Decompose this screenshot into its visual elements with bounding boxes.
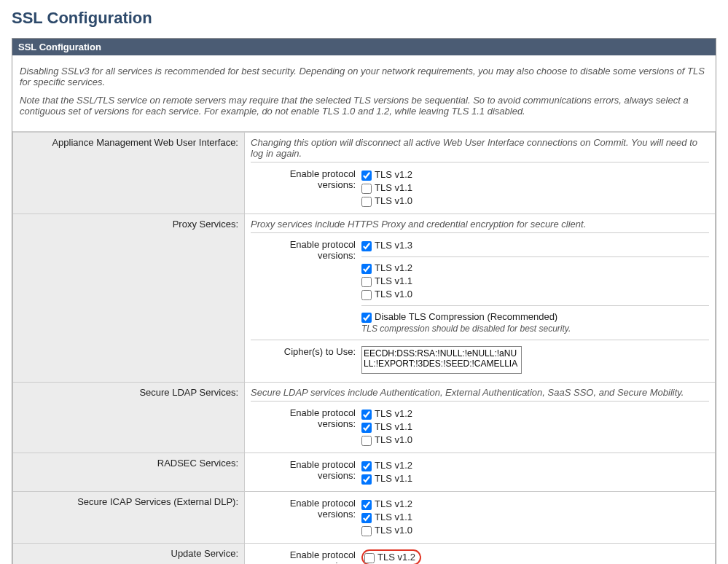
highlight-oval: TLS v1.2 (361, 549, 421, 564)
checkbox-label: TLS v1.1 (375, 512, 412, 522)
checkbox-label: TLS v1.2 (375, 498, 412, 509)
checkbox-label: TLS v1.2 (377, 552, 415, 563)
row-label-icap: Secure ICAP Services (External DLP): (13, 492, 245, 544)
checkbox-input[interactable] (361, 197, 372, 207)
checkbox-label: TLS v1.1 (375, 182, 412, 193)
checkbox-input[interactable] (361, 526, 372, 536)
row-label-update: Update Service: (13, 544, 245, 565)
checkbox-proxy-tls12[interactable]: TLS v1.2 (361, 262, 709, 275)
cipher-input[interactable] (361, 346, 522, 374)
checkbox-ldap-tls11[interactable]: TLS v1.1 (361, 420, 709, 434)
enable-label-update: Enable protocol versions: (251, 549, 361, 564)
checkbox-proxy-tls10[interactable]: TLS v1.0 (361, 288, 709, 301)
compression-hint: TLS compression should be disabled for b… (361, 324, 709, 334)
row-label-webui: Appliance Management Web User Interface: (13, 133, 245, 214)
checkbox-input[interactable] (361, 436, 372, 446)
versions-icap: TLS v1.2 TLS v1.1 TLS v1.0 (361, 498, 709, 537)
checkbox-input[interactable] (361, 313, 372, 323)
checkbox-input[interactable] (361, 461, 372, 471)
checkbox-input[interactable] (361, 474, 372, 485)
cipher-label: Cipher(s) to Use: (251, 346, 361, 357)
checkbox-label: TLS v1.2 (375, 169, 412, 180)
checkbox-label: TLS v1.1 (375, 275, 412, 286)
checkbox-radsec-tls11[interactable]: TLS v1.1 (361, 472, 709, 485)
enable-label-radsec: Enable protocol versions: (251, 459, 361, 481)
checkbox-input[interactable] (361, 264, 372, 274)
checkbox-label: TLS v1.0 (375, 195, 412, 206)
checkbox-input[interactable] (361, 290, 372, 300)
checkbox-icap-tls10[interactable]: TLS v1.0 (361, 524, 709, 537)
checkbox-input[interactable] (364, 553, 375, 563)
intro-text: Disabling SSLv3 for all services is reco… (12, 55, 716, 132)
checkbox-label: TLS v1.3 (375, 240, 412, 251)
checkbox-input[interactable] (361, 423, 372, 433)
checkbox-disable-tls-compression[interactable]: Disable TLS Compression (Recommended) (361, 310, 709, 324)
row-label-ldap: Secure LDAP Services: (13, 383, 245, 453)
enable-label-proxy: Enable protocol versions: (251, 239, 361, 261)
versions-proxy: TLS v1.3 TLS v1.2 TLS v1.1 TLS v1.0 Disa… (361, 239, 709, 334)
checkbox-webui-tls11[interactable]: TLS v1.1 (361, 181, 709, 195)
checkbox-label: TLS v1.1 (375, 473, 412, 484)
enable-label-icap: Enable protocol versions: (251, 498, 361, 520)
row-label-radsec: RADSEC Services: (13, 453, 245, 492)
checkbox-icap-tls11[interactable]: TLS v1.1 (361, 511, 709, 524)
versions-webui: TLS v1.2 TLS v1.1 TLS v1.0 (361, 168, 709, 208)
checkbox-ldap-tls10[interactable]: TLS v1.0 (361, 434, 709, 447)
page-title: SSL Configuration (12, 9, 716, 28)
checkbox-label: Disable TLS Compression (Recommended) (375, 311, 557, 322)
checkbox-label: TLS v1.1 (375, 421, 412, 432)
panel-header: SSL Configuration (12, 39, 716, 55)
checkbox-ldap-tls12[interactable]: TLS v1.2 (361, 407, 709, 420)
checkbox-input[interactable] (361, 277, 372, 287)
checkbox-label: TLS v1.2 (375, 262, 412, 273)
checkbox-label: TLS v1.0 (375, 434, 412, 445)
checkbox-icap-tls12[interactable]: TLS v1.2 (361, 498, 709, 511)
checkbox-input[interactable] (361, 171, 372, 181)
checkbox-input[interactable] (361, 513, 372, 523)
versions-radsec: TLS v1.2 TLS v1.1 (361, 459, 709, 485)
note-webui: Changing this option will disconnect all… (251, 137, 709, 162)
divider (251, 340, 709, 340)
checkbox-input[interactable] (361, 184, 372, 194)
checkbox-webui-tls12[interactable]: TLS v1.2 (361, 168, 709, 181)
divider (361, 256, 709, 257)
note-ldap: Secure LDAP services include Authenticat… (251, 387, 709, 402)
checkbox-webui-tls10[interactable]: TLS v1.0 (361, 195, 709, 208)
checkbox-proxy-tls13[interactable]: TLS v1.3 (361, 239, 709, 252)
checkbox-proxy-tls11[interactable]: TLS v1.1 (361, 275, 709, 288)
checkbox-input[interactable] (361, 500, 372, 510)
intro-paragraph-2: Note that the SSL/TLS service on remote … (20, 95, 708, 117)
versions-ldap: TLS v1.2 TLS v1.1 TLS v1.0 (361, 407, 709, 447)
intro-paragraph-1: Disabling SSLv3 for all services is reco… (20, 66, 708, 87)
checkbox-label: TLS v1.0 (375, 525, 412, 536)
checkbox-input[interactable] (361, 410, 372, 420)
checkbox-label: TLS v1.0 (375, 289, 412, 299)
row-label-proxy: Proxy Services: (13, 214, 245, 383)
note-proxy: Proxy services include HTTPS Proxy and c… (251, 219, 709, 233)
enable-label-webui: Enable protocol versions: (251, 168, 361, 190)
checkbox-label: TLS v1.2 (375, 408, 412, 419)
checkbox-update-tls12[interactable]: TLS v1.2 (364, 551, 415, 564)
ssl-config-panel: SSL Configuration Disabling SSLv3 for al… (12, 38, 716, 564)
checkbox-radsec-tls12[interactable]: TLS v1.2 (361, 459, 709, 472)
checkbox-input[interactable] (361, 241, 372, 251)
versions-update: TLS v1.2 TLS v1.1 TLS v1.0 (361, 549, 709, 564)
enable-label-ldap: Enable protocol versions: (251, 407, 361, 429)
divider (361, 305, 709, 306)
checkbox-label: TLS v1.2 (375, 460, 412, 471)
